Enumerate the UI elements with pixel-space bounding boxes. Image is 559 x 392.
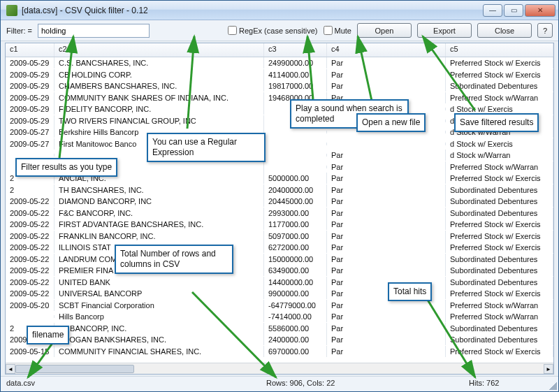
table-row[interactable]: 2009-05-15BROGAN BANKSHARES, INC.2400000… bbox=[6, 334, 553, 346]
maximize-button[interactable]: ▭ bbox=[504, 4, 523, 17]
filter-label: Filter: = bbox=[6, 27, 32, 35]
close-button[interactable]: Close bbox=[477, 23, 532, 38]
cell-c3: 4114000.00 bbox=[264, 69, 327, 80]
table-row[interactable]: 2009-05-22UNITED BANK14400000.00ParSubor… bbox=[6, 277, 553, 289]
cell-c4: Par bbox=[327, 311, 446, 322]
column-header-c3[interactable]: c3 bbox=[264, 43, 327, 57]
column-header-c1[interactable]: c1 bbox=[6, 43, 55, 57]
scroll-thumb[interactable] bbox=[15, 365, 134, 373]
callout-rowscols: Total Number of rows and columns in CSV bbox=[115, 245, 233, 274]
column-header-c5[interactable]: c5 bbox=[446, 43, 553, 57]
cell-c3: 5586000.00 bbox=[264, 323, 327, 334]
cell-c4: Par bbox=[327, 173, 446, 184]
cell-c4: Par bbox=[327, 208, 446, 219]
cell-c5: Subordinated Debentures bbox=[446, 80, 553, 92]
callout-open: Open a new file bbox=[356, 113, 426, 132]
cell-c3: -64779000.00 bbox=[264, 300, 327, 311]
cell-c5: Subordinated Debentures bbox=[446, 323, 553, 334]
table-row[interactable]: 2009-05-15COMMUNITY FINANCIAL SHARES, IN… bbox=[6, 346, 553, 358]
open-button[interactable]: Open bbox=[357, 23, 412, 38]
app-window: [data.csv] - CSV Quick filter - 0.12 — ▭… bbox=[0, 0, 559, 392]
cell-c1: 2009-05-22 bbox=[6, 265, 55, 276]
cell-c1: 2009-05-22 bbox=[6, 196, 55, 207]
export-button[interactable]: Export bbox=[417, 23, 472, 38]
close-window-button[interactable]: ✕ bbox=[525, 4, 556, 17]
table-row[interactable]: 2009-05-29CB HOLDING CORP.4114000.00ParP… bbox=[6, 69, 553, 81]
table-body: 2009-05-29C.S. BANCSHARES, INC.24990000.… bbox=[6, 57, 553, 363]
table-row[interactable]: 2009-05-29CHAMBERS BANCSHARES, INC.19817… bbox=[6, 80, 553, 92]
cell-c1: 2009-05-22 bbox=[6, 242, 55, 253]
column-header-c2[interactable]: c2 bbox=[55, 43, 264, 57]
table-row[interactable]: 2009-05-27First Manitowoc Bancod Stock w… bbox=[6, 138, 553, 150]
cell-c3: 2400000.00 bbox=[264, 334, 327, 345]
resize-grip-icon[interactable] bbox=[547, 380, 557, 390]
cell-c1: 2009-05-29 bbox=[6, 80, 55, 92]
table-row[interactable]: 2009-05-22FRANKLIN BANCORP, INC.5097000.… bbox=[6, 231, 553, 242]
callout-hits: Total hits bbox=[388, 282, 432, 301]
horizontal-scrollbar[interactable]: ◄ ► bbox=[6, 363, 553, 374]
cell-c1: 2009-05-22 bbox=[6, 231, 55, 242]
cell-c2: COMMUNITY FINANCIAL SHARES, INC. bbox=[55, 346, 264, 357]
cell-c1: 2009-05-27 bbox=[6, 138, 55, 150]
table-row[interactable]: 2009-05-20SCBT Financial Corporation-647… bbox=[6, 300, 553, 312]
cell-c4: Par bbox=[327, 196, 446, 207]
cell-c2: FIRST ADVANTAGE BANCSHARES, INC. bbox=[55, 219, 264, 230]
cell-c1: 2009-05-22 bbox=[6, 208, 55, 219]
cell-c2: CB HOLDING CORP. bbox=[55, 69, 264, 80]
cell-c3 bbox=[264, 166, 327, 168]
table-row[interactable]: 2009-05-22ILLINOIS STAT6272000.00ParPref… bbox=[6, 242, 553, 254]
cell-c2: UNIVERSAL BANCORP bbox=[55, 288, 264, 299]
regex-checkbox-wrap[interactable]: RegEx (case sensitive) bbox=[228, 26, 318, 35]
cell-c3: 20400000.00 bbox=[264, 184, 327, 196]
cell-c3: 6970000.00 bbox=[264, 346, 327, 357]
table-row[interactable]: 2009-05-22DIAMOND BANCORP, INC20445000.0… bbox=[6, 196, 553, 208]
cell-c1: 2009-05-27 bbox=[6, 126, 55, 138]
column-header-c4[interactable]: c4 bbox=[327, 43, 446, 57]
minimize-button[interactable]: — bbox=[483, 4, 502, 17]
cell-c4: Par bbox=[327, 242, 446, 253]
cell-c1: 2009-05-20 bbox=[6, 300, 55, 311]
regex-checkbox[interactable] bbox=[228, 26, 237, 35]
cell-c1: 2009-05-29 bbox=[6, 57, 55, 68]
table-row[interactable]: 2TH BANCSHARES, INC.20400000.00ParSubord… bbox=[6, 184, 553, 196]
table-row[interactable]: 2009-05-22LANDRUM COM15000000.00ParSubor… bbox=[6, 254, 553, 266]
callout-export: Save filtered results bbox=[454, 113, 539, 132]
cell-c2: TH BANCSHARES, INC. bbox=[55, 184, 264, 196]
app-icon bbox=[6, 5, 17, 16]
cell-c2: COMMUNITY BANK SHARES OF INDIANA, INC. bbox=[55, 92, 264, 103]
cell-c5: Subordinated Debentures bbox=[446, 334, 553, 345]
cell-c1 bbox=[6, 154, 55, 157]
cell-c4: Par bbox=[327, 323, 446, 334]
cell-c3: 14400000.00 bbox=[264, 277, 327, 288]
status-rows-cols: Rows: 906, Cols: 22 bbox=[266, 379, 460, 389]
mute-checkbox[interactable] bbox=[324, 26, 333, 35]
mute-checkbox-wrap[interactable]: Mute bbox=[324, 26, 351, 35]
table-row[interactable]: 2009-05-29C.S. BANCSHARES, INC.24990000.… bbox=[6, 57, 553, 69]
table-row[interactable]: 2009-05-29COMMUNITY BANK SHARES OF INDIA… bbox=[6, 92, 553, 104]
scroll-right-arrow[interactable]: ► bbox=[544, 364, 553, 374]
scroll-left-arrow[interactable]: ◄ bbox=[6, 364, 15, 374]
cell-c5: d Stock w/Warran bbox=[446, 150, 553, 161]
table-row[interactable]: 2009-05-22F&C BANCORP, INC.2993000.00Par… bbox=[6, 208, 553, 219]
cell-c4 bbox=[327, 143, 446, 145]
cell-c2: C.S. BANCSHARES, INC. bbox=[55, 57, 264, 68]
cell-c5: Preferred Stock w/ Exercis bbox=[446, 69, 553, 80]
table-row[interactable]: 2009-05-22FIRST ADVANTAGE BANCSHARES, IN… bbox=[6, 219, 553, 231]
table-row[interactable]: Hills Bancorp-7414000.00ParPreferred Sto… bbox=[6, 311, 553, 323]
table-row[interactable]: 2009-05-22PREMIER FINA6349000.00ParSubor… bbox=[6, 265, 553, 277]
help-button[interactable]: ? bbox=[537, 23, 553, 38]
table-row[interactable]: 2EL BANCORP, INC.5586000.00ParSubordinat… bbox=[6, 323, 553, 335]
window-title: [data.csv] - CSV Quick filter - 0.12 bbox=[22, 6, 483, 15]
filter-input[interactable] bbox=[38, 24, 150, 38]
cell-c5: Preferred Stock w/ Exercis bbox=[446, 242, 553, 253]
cell-c5: d Stock w/ Exercis bbox=[446, 138, 553, 150]
cell-c4: Par bbox=[327, 265, 446, 276]
cell-c2: EL BANCORP, INC. bbox=[55, 323, 264, 334]
cell-c5: Subordinated Debentures bbox=[446, 196, 553, 207]
cell-c3: 20445000.00 bbox=[264, 196, 327, 207]
table-row[interactable]: 2009-05-22UNIVERSAL BANCORP9900000.00Par… bbox=[6, 288, 553, 300]
cell-c1: 2009-05-29 bbox=[6, 92, 55, 103]
status-hits: Hits: 762 bbox=[469, 379, 553, 389]
cell-c1: 2009-05-29 bbox=[6, 115, 55, 126]
cell-c5: Preferred Stock w/ Exercis bbox=[446, 57, 553, 68]
